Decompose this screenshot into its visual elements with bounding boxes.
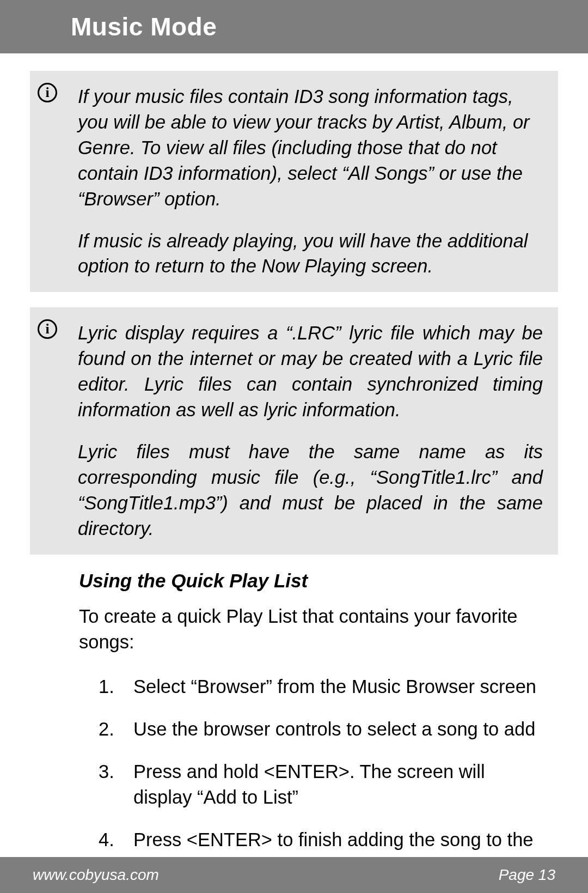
info-box-id3: i If your music files contain ID3 song i…	[30, 71, 558, 292]
info-text: If music is already playing, you will ha…	[78, 228, 543, 280]
header-bar: Music Mode	[0, 0, 588, 53]
step-item: Select “Browser” from the Music Browser …	[99, 674, 542, 700]
page-content: i If your music files contain ID3 song i…	[30, 71, 558, 893]
info-text: If your music files contain ID3 song inf…	[78, 84, 543, 212]
section-quickplay: Using the Quick Play List To create a qu…	[30, 570, 558, 879]
info-text: Lyric files must have the same name as i…	[78, 439, 543, 542]
section-title: Using the Quick Play List	[79, 570, 542, 592]
footer-page: Page 13	[499, 866, 555, 884]
info-icon: i	[38, 83, 57, 102]
step-item: Press and hold <ENTER>. The screen will …	[99, 759, 542, 811]
info-body: If your music files contain ID3 song inf…	[78, 84, 543, 279]
footer-bar: www.cobyusa.com Page 13	[0, 857, 588, 893]
step-item: Use the browser controls to select a son…	[99, 716, 542, 743]
info-body: Lyric display requires a “.LRC” lyric fi…	[78, 320, 543, 541]
section-intro: To create a quick Play List that contain…	[79, 604, 542, 655]
info-icon: i	[38, 319, 57, 339]
footer-url: www.cobyusa.com	[33, 866, 159, 884]
info-text: Lyric display requires a “.LRC” lyric fi…	[78, 320, 543, 423]
steps-list: Select “Browser” from the Music Browser …	[79, 674, 542, 879]
page-title: Music Mode	[71, 12, 217, 41]
info-box-lyrics: i Lyric display requires a “.LRC” lyric …	[30, 307, 558, 554]
